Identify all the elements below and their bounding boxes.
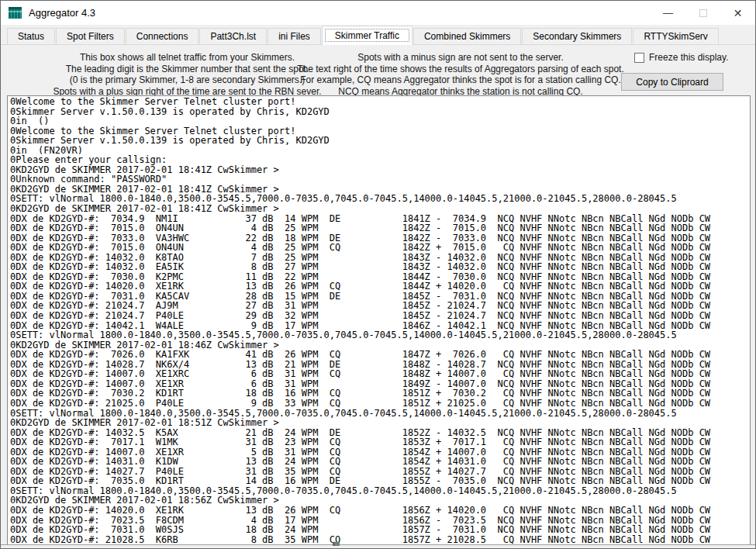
info-right-line3: For example, CQ means Aggregator thinks …	[286, 74, 635, 86]
app-icon	[9, 7, 22, 19]
tab-spot-filters[interactable]: Spot Filters	[56, 28, 125, 44]
info-right-line2: The text right of the time shows the res…	[286, 64, 635, 75]
tab-connections[interactable]: Connections	[126, 28, 199, 44]
freeze-display-label: Freeze this display.	[649, 52, 729, 63]
maximize-button[interactable]	[685, 1, 720, 25]
tab-rttyskimserv[interactable]: RTTYSkimServ	[633, 28, 718, 44]
info-right-line1: Spots with a minus sign are not sent to …	[286, 52, 635, 64]
copy-to-clipboard-button[interactable]: Copy to Cliproard	[621, 73, 723, 91]
freeze-display-checkbox[interactable]	[634, 53, 644, 63]
close-icon: ✕	[734, 7, 743, 19]
app-window: Aggregator 4.3 — ✕ Status Spot Filters C…	[0, 0, 756, 549]
info-panel: This box shows all telnet traffic from y…	[1, 45, 755, 95]
close-button[interactable]: ✕	[720, 1, 755, 25]
skimmer-traffic-log[interactable]: 0Welcome to the Skimmer Server Telnet cl…	[7, 95, 751, 546]
tab-ini-files[interactable]: ini Files	[268, 28, 321, 44]
titlebar: Aggregator 4.3 — ✕	[1, 1, 755, 25]
tab-combined-skimmers[interactable]: Combined Skimmers	[413, 28, 521, 44]
info-text-right: Spots with a minus sign are not sent to …	[286, 52, 635, 97]
taskbar-peek-icon	[333, 542, 340, 546]
minimize-icon: —	[663, 7, 673, 19]
freeze-display-checkbox-row[interactable]: Freeze this display.	[634, 52, 729, 63]
window-title: Aggregator 4.3	[29, 7, 95, 19]
tab-status[interactable]: Status	[7, 28, 55, 44]
window-bottom-edge	[1, 544, 755, 548]
tab-strip: Status Spot Filters Connections Patt3Ch.…	[1, 26, 755, 45]
window-controls: — ✕	[651, 1, 755, 25]
maximize-icon	[699, 9, 707, 17]
tab-patt3ch-lst[interactable]: Patt3Ch.lst	[199, 28, 267, 44]
skimmer-traffic-log-text: 0Welcome to the Skimmer Server Telnet cl…	[8, 96, 750, 544]
tab-skimmer-traffic[interactable]: Skimmer Traffic	[322, 26, 413, 45]
tab-secondary-skimmers[interactable]: Secondary Skimmers	[522, 28, 632, 44]
minimize-button[interactable]: —	[651, 1, 685, 25]
